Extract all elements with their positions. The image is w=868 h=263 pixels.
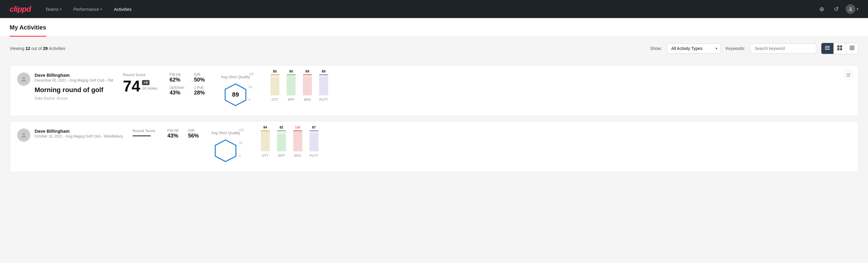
bar-app: 90 APP <box>287 69 296 101</box>
keywords-label: Keywords: <box>726 46 745 51</box>
chart-y-labels: 100 50 0 <box>249 72 254 101</box>
logo[interactable]: clippd <box>10 4 31 14</box>
avatar <box>846 4 856 14</box>
bar-app: 82 APP <box>277 125 286 157</box>
bar-arg: 106 ARG <box>293 125 302 157</box>
avg-shot-quality-label: Avg Shot Quality <box>211 130 240 135</box>
svg-point-12 <box>23 77 25 79</box>
main-header: clippd Teams ▾ Performance ▾ Activities … <box>0 0 868 18</box>
gir-stat: GIR 50% <box>194 72 209 83</box>
keyword-search-input[interactable] <box>750 43 816 54</box>
gir-label: GIR <box>194 72 209 77</box>
refresh-icon[interactable]: ↺ <box>831 4 841 14</box>
updown-label: Up/Down <box>169 85 184 90</box>
holes-text: 18 Holes <box>142 86 157 92</box>
user-date-location: October 16, 2021 - Gog Magog Golf Club -… <box>35 134 123 139</box>
show-label: Show: <box>650 46 662 51</box>
list-detail-toggle[interactable] <box>846 43 858 54</box>
gir-value: 56% <box>188 133 199 139</box>
activities-list: Dave Billingham December 05, 2021 - Gog … <box>0 60 868 182</box>
bar-chart: 85 OTT 90 <box>270 72 328 109</box>
svg-rect-6 <box>837 48 839 50</box>
fw-hit-stat: FW Hit 43% <box>167 128 179 139</box>
add-activity-icon[interactable]: ⊕ <box>817 4 827 14</box>
stats-grid: FW Hit 43% GIR 56% <box>167 128 199 139</box>
round-score-number: 74 <box>123 78 140 94</box>
svg-point-15 <box>23 133 25 135</box>
grid-toggle[interactable] <box>834 43 846 54</box>
chart-y-labels: 100 50 0 <box>239 128 244 157</box>
fw-hit-label: FW Hit <box>169 72 184 77</box>
activity-card: Dave Billingham October 16, 2021 - Gog M… <box>10 121 858 172</box>
user-menu-button[interactable]: ▾ <box>846 4 858 14</box>
edit-button[interactable] <box>844 70 853 80</box>
svg-rect-4 <box>837 46 839 48</box>
gir-label: GIR <box>188 128 199 133</box>
activity-type-select[interactable]: All Activity Types <box>667 43 721 54</box>
avg-shot-quality-label: Avg Shot Quality <box>221 75 250 79</box>
nav-teams[interactable]: Teams ▾ <box>40 4 66 14</box>
round-score-label: Round Score <box>133 128 155 133</box>
round-score-section: Round Score <box>133 128 155 136</box>
page-title: My Activities <box>10 18 46 37</box>
svg-rect-11 <box>850 49 855 50</box>
header-actions: ⊕ ↺ ▾ <box>817 4 858 14</box>
round-title: Morning round of golf <box>35 86 113 94</box>
user-name: Dave Billingham <box>35 128 123 134</box>
round-score-section: Round Score 74 +4 18 Holes <box>123 72 157 94</box>
bar-chart-container: 100 50 0 85 OTT <box>259 72 328 109</box>
user-info: Dave Billingham December 05, 2021 - Gog … <box>35 72 113 100</box>
performance-chevron-icon: ▾ <box>100 7 102 11</box>
svg-rect-5 <box>840 46 842 48</box>
score-badge: +4 <box>142 80 150 85</box>
svg-rect-3 <box>825 49 830 50</box>
avatar-chevron-icon: ▾ <box>857 7 858 11</box>
round-score-value: 74 +4 18 Holes <box>123 78 157 94</box>
bar-ott: 85 OTT <box>270 69 279 101</box>
bar-chart-container: 100 50 0 94 OTT <box>250 128 318 165</box>
fw-hit-value: 43% <box>167 133 179 139</box>
activity-card: Dave Billingham December 05, 2021 - Gog … <box>10 65 858 116</box>
bar-arg: 89 ARG <box>303 69 312 101</box>
svg-rect-1 <box>825 46 830 47</box>
nav-activities[interactable]: Activities <box>109 4 136 14</box>
list-compact-toggle[interactable] <box>822 43 834 54</box>
filter-controls: Show: All Activity Types ▾ Keywords: <box>650 43 858 54</box>
one-putt-label: 1 Putt <box>194 85 209 90</box>
svg-rect-9 <box>850 47 855 48</box>
bar-chart: 94 OTT 82 <box>261 128 318 165</box>
card-stats: Round Score FW Hit 43% GIR 56% A <box>133 128 318 165</box>
svg-rect-7 <box>840 48 842 50</box>
bar-putt: 87 PUTT <box>309 125 318 157</box>
round-stats-grid: FW Hit 62% GIR 50% Up/Down 43% 1 Putt 28… <box>169 72 209 96</box>
teams-chevron-icon: ▾ <box>60 7 61 11</box>
gir-stat: GIR 56% <box>188 128 199 139</box>
nav-performance[interactable]: Performance ▾ <box>69 4 107 14</box>
fw-hit-stat: FW Hit 62% <box>169 72 184 83</box>
bar-ott: 94 OTT <box>261 125 270 157</box>
user-name: Dave Billingham <box>35 72 113 78</box>
page-title-bar: My Activities <box>0 18 868 37</box>
round-score-label: Round Score <box>123 72 157 77</box>
view-toggle-group <box>821 43 858 54</box>
user-avatar <box>17 128 30 142</box>
data-source: Data Source: Arccos <box>35 96 113 100</box>
card-user-section: Dave Billingham December 05, 2021 - Gog … <box>17 72 113 100</box>
hexagon <box>214 139 238 163</box>
activity-type-select-wrapper: All Activity Types ▾ <box>667 43 721 54</box>
user-avatar <box>17 72 30 86</box>
round-stats-grid: FW Hit 43% GIR 56% <box>167 128 199 139</box>
user-info: Dave Billingham October 16, 2021 - Gog M… <box>35 128 123 139</box>
svg-rect-10 <box>850 48 855 49</box>
card-stats: Round Score 74 +4 18 Holes FW Hit 62% <box>123 72 328 109</box>
svg-point-0 <box>850 7 851 9</box>
main-nav: Teams ▾ Performance ▾ Activities <box>40 4 807 14</box>
one-putt-stat: 1 Putt 28% <box>194 85 209 96</box>
shot-quality-section: Avg Shot Quality 89 100 50 0 <box>221 72 328 109</box>
svg-rect-2 <box>825 48 830 48</box>
stats-grid: FW Hit 62% GIR 50% Up/Down 43% 1 Putt 28… <box>169 72 209 96</box>
svg-marker-16 <box>215 140 236 162</box>
gir-value: 50% <box>194 77 209 83</box>
updown-value: 43% <box>169 90 184 96</box>
svg-rect-8 <box>850 46 855 46</box>
